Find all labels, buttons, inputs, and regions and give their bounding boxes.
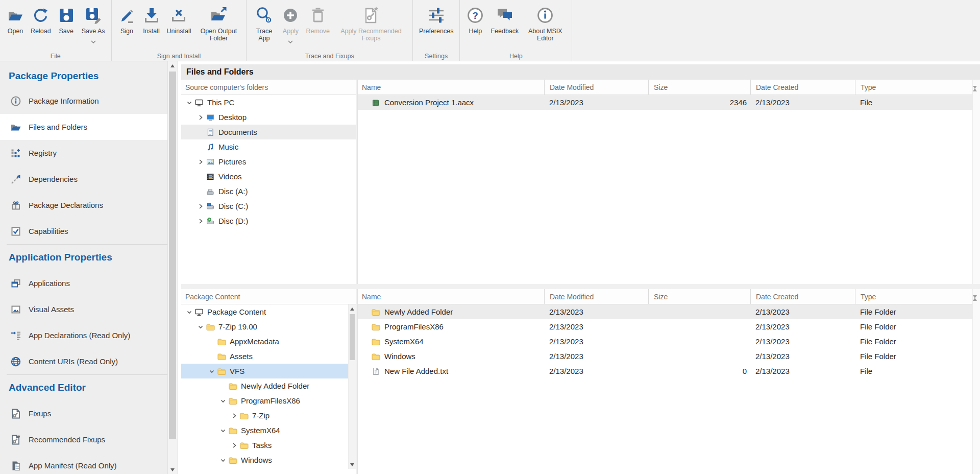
tree-node-windows[interactable]: Windows: [181, 453, 356, 467]
tree-node-disc-c[interactable]: Disc (C:): [181, 199, 356, 214]
sidebar-item-applications[interactable]: Applications: [0, 270, 167, 296]
file-row-programfilesx86[interactable]: ProgramFilesX862/13/20232/13/2023File Fo…: [358, 319, 972, 334]
sidebar-item-package-information[interactable]: Package Information: [0, 88, 167, 114]
chevron-down-icon[interactable]: [218, 396, 228, 406]
tree-node-7-zip-19-00[interactable]: 7-Zip 19.00: [181, 319, 356, 334]
chevron-right-icon[interactable]: [229, 440, 239, 451]
toolbar-button-apply-recommended-fixups[interactable]: Apply Recommended Fixups: [333, 4, 409, 42]
tree-node-this-pc[interactable]: This PC: [181, 95, 356, 110]
tree-node-desktop[interactable]: Desktop: [181, 110, 356, 125]
column-header-type[interactable]: Type: [855, 289, 972, 304]
chevron-right-icon[interactable]: [195, 201, 206, 211]
chevron-down-icon[interactable]: [184, 307, 194, 317]
file-row-conversion-project-1-aacx[interactable]: Conversion Project 1.aacx2/13/202323462/…: [358, 95, 972, 110]
column-header-name[interactable]: Name: [358, 80, 544, 94]
chevron-down-icon[interactable]: [184, 98, 194, 108]
toolbar-button-uninstall[interactable]: Uninstall: [164, 4, 194, 35]
dependencies-icon: [10, 174, 21, 185]
toolbar-button-save-as[interactable]: Save As: [79, 4, 108, 45]
folder-icon: [228, 396, 237, 406]
file-row-systemx64[interactable]: SystemX642/13/20232/13/2023File Folder: [358, 334, 972, 349]
tree-node-newly-added-folder[interactable]: Newly Added Folder: [181, 378, 356, 393]
column-header-date-created[interactable]: Date Created: [750, 80, 855, 94]
column-header-type[interactable]: Type: [855, 80, 972, 94]
tree-node-vfs[interactable]: VFS: [181, 364, 356, 378]
scroll-up-button[interactable]: [168, 61, 177, 70]
scroll-up-button[interactable]: [349, 304, 356, 313]
chevron-right-icon[interactable]: [195, 112, 206, 123]
sidebar-item-capabilities[interactable]: Capabilities: [0, 218, 167, 244]
toolbar-button-open-output-folder[interactable]: Open Output Folder: [194, 4, 243, 42]
chevron-right-icon[interactable]: [195, 216, 206, 226]
chevron-down-icon[interactable]: [91, 36, 96, 45]
sidebar-item-label: App Manifest (Read Only): [29, 461, 117, 470]
tree-node-systemx64[interactable]: SystemX64: [181, 423, 356, 438]
toolbar-button-open[interactable]: Open: [3, 4, 28, 35]
tree-node-package-content[interactable]: Package Content: [181, 304, 356, 319]
file-row-new-file-added-txt[interactable]: New File Added.txt2/13/202302/13/2023Fil…: [358, 364, 972, 378]
tree-node-music[interactable]: Music: [181, 139, 356, 154]
tree-node-disc-a[interactable]: Disc (A:): [181, 184, 356, 199]
column-header-date-modified[interactable]: Date Modified: [544, 80, 648, 94]
sidebar-item-files-and-folders[interactable]: Files and Folders: [0, 114, 167, 140]
cell-date-created: 2/13/2023: [750, 367, 855, 375]
sidebar-item-registry[interactable]: Registry: [0, 140, 167, 166]
package-tree-scrollbar[interactable]: [348, 304, 356, 469]
sidebar-item-app-declarations-read-only[interactable]: App Declarations (Read Only): [0, 322, 167, 348]
toolbar-button-trace-app[interactable]: Trace App: [250, 4, 278, 42]
sidebar-scrollbar[interactable]: [167, 61, 178, 474]
chevron-down-icon[interactable]: [195, 322, 206, 332]
package-files-scrollbar[interactable]: [972, 289, 980, 474]
file-row-windows[interactable]: Windows2/13/20232/13/2023File Folder: [358, 349, 972, 364]
scroll-down-button[interactable]: [973, 298, 980, 307]
sidebar-item-fixups[interactable]: Fixups: [0, 400, 167, 426]
column-header-date-created[interactable]: Date Created: [750, 289, 855, 304]
chevron-down-icon[interactable]: [218, 455, 228, 465]
tree-node-assets[interactable]: Assets: [181, 349, 356, 364]
chevron-right-icon[interactable]: [195, 157, 206, 167]
computer-icon: [194, 307, 204, 317]
chevron-down-icon[interactable]: [218, 425, 228, 436]
toolbar-button-install[interactable]: Install: [139, 4, 164, 35]
tree-node-disc-d[interactable]: Disc (D:): [181, 214, 356, 228]
sidebar-item-dependencies[interactable]: Dependencies: [0, 166, 167, 192]
toolbar-button-feedback[interactable]: Feedback: [487, 4, 522, 35]
toolbar-button-reload[interactable]: Reload: [28, 4, 54, 35]
toolbar-button-remove[interactable]: Remove: [303, 4, 333, 35]
column-header-size[interactable]: Size: [648, 80, 750, 94]
tree-node-pictures[interactable]: Pictures: [181, 154, 356, 169]
column-header-date-modified[interactable]: Date Modified: [544, 289, 648, 304]
toolbar-button-save[interactable]: Save: [54, 4, 79, 35]
tree-node-appxmetadata[interactable]: AppxMetadata: [181, 334, 356, 349]
scroll-down-button[interactable]: [973, 89, 980, 98]
source-files-scrollbar[interactable]: [972, 80, 980, 284]
scroll-down-button[interactable]: [168, 465, 177, 474]
toolbar-button-preferences[interactable]: Preferences: [416, 4, 456, 35]
tree-node-videos[interactable]: Videos: [181, 169, 356, 184]
sidebar-item-recommended-fixups[interactable]: Recommended Fixups: [0, 426, 167, 453]
chevron-down-icon[interactable]: [288, 36, 293, 45]
tree-node-7-zip[interactable]: 7-Zip: [181, 408, 356, 423]
scrollbar-thumb[interactable]: [169, 72, 176, 439]
sidebar-item-package-declarations[interactable]: Package Declarations: [0, 192, 167, 218]
toolbar-button-about-msix-editor[interactable]: About MSIX Editor: [522, 4, 569, 42]
file-row-newly-added-folder[interactable]: Newly Added Folder2/13/20232/13/2023File…: [358, 304, 972, 319]
app-manifest-icon: [10, 460, 21, 471]
sidebar-item-visual-assets[interactable]: Visual Assets: [0, 296, 167, 322]
column-header-size[interactable]: Size: [648, 289, 750, 304]
scrollbar-thumb[interactable]: [350, 314, 355, 360]
tree-node-documents[interactable]: Documents: [181, 125, 356, 139]
column-header-name[interactable]: Name: [358, 289, 544, 304]
tree-node-tasks[interactable]: Tasks: [181, 438, 356, 453]
sidebar-item-content-uris-read-only[interactable]: Content URIs (Read Only): [0, 348, 167, 374]
tree-node-programfilesx86[interactable]: ProgramFilesX86: [181, 393, 356, 408]
toolbar-button-help[interactable]: ?Help: [463, 4, 487, 35]
horizontal-splitter[interactable]: [181, 284, 980, 289]
tree-node-label: This PC: [207, 98, 234, 107]
chevron-down-icon[interactable]: [207, 366, 217, 376]
toolbar-button-sign[interactable]: Sign: [115, 4, 139, 35]
chevron-right-icon[interactable]: [229, 411, 239, 421]
scroll-down-button[interactable]: [349, 460, 356, 469]
sidebar-item-app-manifest-read-only[interactable]: App Manifest (Read Only): [0, 453, 167, 474]
toolbar-button-apply[interactable]: Apply: [278, 4, 303, 45]
